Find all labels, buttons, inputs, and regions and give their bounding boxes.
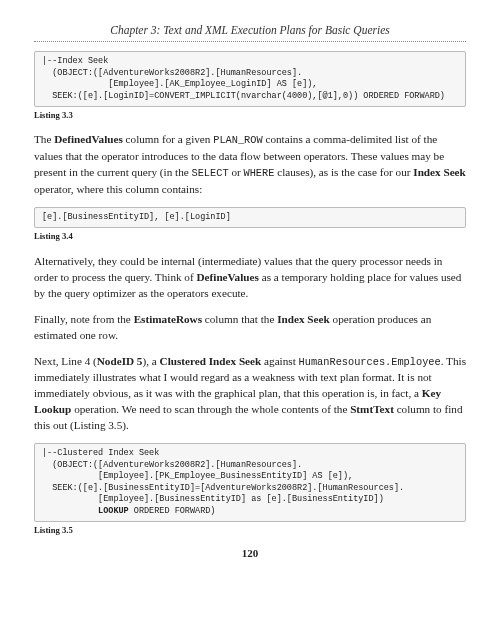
paragraph-1: The DefinedValues column for a given PLA… (34, 131, 466, 196)
node-id-term: NodeID 5 (97, 355, 143, 367)
code-text: ORDERED FORWARD) (129, 506, 216, 516)
listing-label-3-4: Listing 3.4 (34, 230, 466, 242)
text: operation. We need to scan through the w… (71, 403, 350, 415)
code-listing-3-3: |--Index Seek (OBJECT:([AdventureWorks20… (34, 51, 466, 107)
where-term: WHERE (244, 167, 275, 179)
text: operator, where this column contains: (34, 183, 202, 195)
divider (34, 41, 466, 42)
plan-row-term: PLAN_ROW (213, 134, 262, 146)
paragraph-3: Finally, note from the EstimateRows colu… (34, 311, 466, 343)
text: Next, Line 4 ( (34, 355, 97, 367)
index-seek-term: Index Seek (413, 166, 466, 178)
paragraph-4: Next, Line 4 (NodeID 5), a Clustered Ind… (34, 353, 466, 434)
clustered-index-seek-term: Clustered Index Seek (160, 355, 262, 367)
lookup-keyword: LOOKUP (98, 506, 129, 516)
page-number: 120 (34, 546, 466, 562)
select-term: SELECT (192, 167, 229, 179)
humanresources-employee-term: HumanResources.Employee (299, 356, 441, 368)
text: clauses), as is the case for our (274, 166, 413, 178)
text: The (34, 133, 54, 145)
code-listing-3-5: |--Clustered Index Seek (OBJECT:([Advent… (34, 443, 466, 522)
listing-label-3-5: Listing 3.5 (34, 524, 466, 536)
define-values-term: DefineValues (197, 271, 259, 283)
text: or (229, 166, 244, 178)
code-text: |--Clustered Index Seek (OBJECT:([Advent… (42, 448, 404, 515)
text: column that the (202, 313, 277, 325)
code-listing-3-4: [e].[BusinessEntityID], [e].[LoginID] (34, 207, 466, 228)
chapter-title: Chapter 3: Text and XML Execution Plans … (34, 22, 466, 38)
text: column for a given (123, 133, 213, 145)
defined-values-term: DefinedValues (54, 133, 123, 145)
text: against (261, 355, 298, 367)
paragraph-2: Alternatively, they could be internal (i… (34, 253, 466, 301)
text: Finally, note from the (34, 313, 134, 325)
index-seek-term-2: Index Seek (277, 313, 330, 325)
stmt-text-term: StmtText (350, 403, 394, 415)
listing-label-3-3: Listing 3.3 (34, 109, 466, 121)
text: ), a (142, 355, 159, 367)
estimate-rows-term: EstimateRows (134, 313, 202, 325)
